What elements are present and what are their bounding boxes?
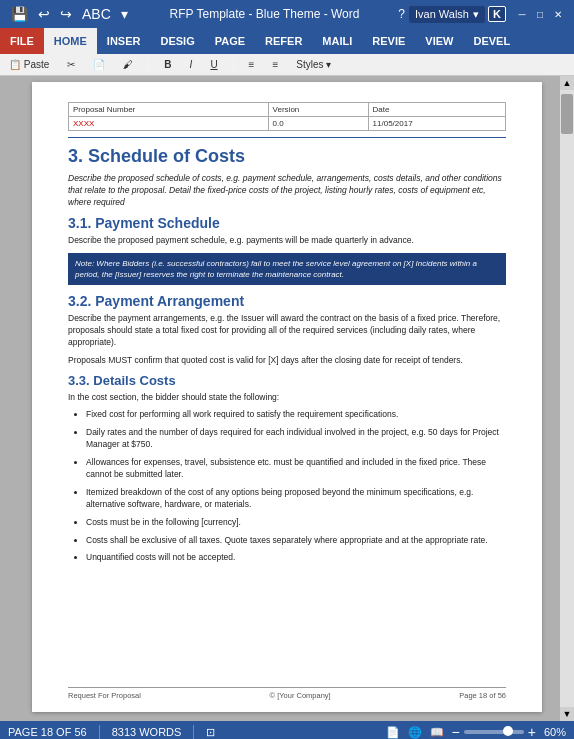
- list-item: Fixed cost for performing all work requi…: [86, 409, 506, 421]
- zoom-level: 60%: [544, 726, 566, 738]
- list-item: Costs must be in the following [currency…: [86, 517, 506, 529]
- quick-access-toolbar: 💾 ↩ ↪ ABC ▾: [8, 4, 131, 24]
- user-menu[interactable]: Ivan Walsh ▾: [409, 6, 485, 23]
- page-area: Proposal Number Version Date XXXX 0.0 11…: [0, 76, 574, 721]
- dropdown-icon: ▾: [473, 8, 479, 21]
- window-title: RFP Template - Blue Theme - Word: [131, 7, 398, 21]
- ribbon-align-center[interactable]: ≡: [269, 58, 281, 71]
- section33-heading: 3.3. Details Costs: [68, 373, 506, 388]
- version-value: 0.0: [273, 119, 284, 128]
- minimize-button[interactable]: ─: [514, 6, 530, 22]
- tab-developer[interactable]: DEVEL: [463, 28, 520, 54]
- list-item: Itemized breakdown of the cost of any op…: [86, 487, 506, 511]
- zoom-minus-button[interactable]: −: [452, 724, 460, 739]
- section3-heading: 3. Schedule of Costs: [68, 146, 506, 167]
- tab-file[interactable]: FILE: [0, 28, 44, 54]
- tab-view[interactable]: VIEW: [415, 28, 463, 54]
- scroll-down[interactable]: ▼: [560, 707, 574, 721]
- note-box: Note: Where Bidders (i.e. successful con…: [68, 253, 506, 285]
- user-name: Ivan Walsh: [415, 8, 469, 20]
- footer-right: Page 18 of 56: [459, 691, 506, 700]
- document-page: Proposal Number Version Date XXXX 0.0 11…: [32, 82, 542, 712]
- dropdown-icon[interactable]: ▾: [118, 4, 131, 24]
- scroll-up[interactable]: ▲: [560, 76, 574, 90]
- bullet-list: Fixed cost for performing all work requi…: [86, 409, 506, 564]
- save-icon[interactable]: 💾: [8, 4, 31, 24]
- section31-heading: 3.1. Payment Schedule: [68, 215, 506, 231]
- view-web-icon[interactable]: 🌐: [408, 726, 422, 739]
- spelling-icon[interactable]: ABC: [79, 4, 114, 24]
- undo-icon[interactable]: ↩: [35, 4, 53, 24]
- ribbon-cut[interactable]: ✂: [64, 58, 78, 71]
- version-label: Version: [273, 105, 300, 114]
- word-count: 8313 WORDS: [112, 726, 182, 738]
- list-item: Unquantified costs will not be accepted.: [86, 552, 506, 564]
- ribbon-align-left[interactable]: ≡: [246, 58, 258, 71]
- ribbon-bold[interactable]: B: [161, 58, 174, 71]
- zoom-plus-button[interactable]: +: [528, 724, 536, 739]
- ribbon-paste[interactable]: 📋 Paste: [6, 58, 52, 71]
- tab-mailings[interactable]: MAILI: [312, 28, 362, 54]
- proposal-number-label: Proposal Number: [73, 105, 135, 114]
- track-changes-icon[interactable]: ⊡: [206, 726, 215, 739]
- footer-left: Request For Proposal: [68, 691, 141, 700]
- section32-para2: Proposals MUST confirm that quoted cost …: [68, 355, 506, 367]
- doc-header-table: Proposal Number Version Date XXXX 0.0 11…: [68, 102, 506, 131]
- restore-button[interactable]: □: [532, 6, 548, 22]
- ribbon-styles[interactable]: Styles ▾: [293, 58, 334, 71]
- title-bar: 💾 ↩ ↪ ABC ▾ RFP Template - Blue Theme - …: [0, 0, 574, 28]
- section32-para1: Describe the payment arrangements, e.g. …: [68, 313, 506, 349]
- tab-review[interactable]: REVIE: [362, 28, 415, 54]
- tab-page[interactable]: PAGE: [205, 28, 255, 54]
- tab-home[interactable]: HOME: [44, 28, 97, 54]
- date-label: Date: [373, 105, 390, 114]
- account-icon[interactable]: K: [488, 6, 506, 22]
- date-value: 11/05/2017: [373, 119, 413, 128]
- ribbon-copy[interactable]: 📄: [90, 58, 108, 71]
- header-divider: [68, 137, 506, 138]
- zoom-slider-thumb[interactable]: [503, 726, 513, 736]
- list-item: Daily rates and the number of days requi…: [86, 427, 506, 451]
- scrollbar[interactable]: ▲ ▼: [560, 76, 574, 721]
- section31-para: Describe the proposed payment schedule, …: [68, 235, 506, 247]
- status-right: 📄 🌐 📖 − + 60%: [386, 724, 566, 739]
- scroll-thumb[interactable]: [561, 94, 573, 134]
- zoom-control[interactable]: − +: [452, 724, 536, 739]
- ribbon-tabs: FILE HOME INSER DESIG PAGE REFER MAILI R…: [0, 28, 574, 54]
- ribbon-format-painter[interactable]: 🖌: [120, 58, 136, 71]
- view-print-icon[interactable]: 📄: [386, 726, 400, 739]
- section32-heading: 3.2. Payment Arrangement: [68, 293, 506, 309]
- proposal-number-value: XXXX: [73, 119, 94, 128]
- view-read-icon[interactable]: 📖: [430, 726, 444, 739]
- ribbon-underline[interactable]: U: [207, 58, 220, 71]
- section33-intro: In the cost section, the bidder should s…: [68, 392, 506, 404]
- zoom-slider[interactable]: [464, 730, 524, 734]
- ribbon-italic[interactable]: I: [187, 58, 196, 71]
- footer-center: © [Your Company]: [270, 691, 331, 700]
- status-bar: PAGE 18 OF 56 8313 WORDS ⊡ 📄 🌐 📖 − + 60%: [0, 721, 574, 739]
- list-item: Costs shall be exclusive of all taxes. Q…: [86, 535, 506, 547]
- help-button[interactable]: ?: [398, 7, 405, 21]
- redo-icon[interactable]: ↪: [57, 4, 75, 24]
- tab-design[interactable]: DESIG: [150, 28, 204, 54]
- page-info: PAGE 18 OF 56: [8, 726, 87, 738]
- ribbon-content: 📋 Paste ✂ 📄 🖌 B I U ≡ ≡ Styles ▾: [0, 54, 574, 76]
- window-controls: ─ □ ✕: [514, 6, 566, 22]
- section3-intro: Describe the proposed schedule of costs,…: [68, 173, 506, 209]
- doc-footer: Request For Proposal © [Your Company] Pa…: [68, 687, 506, 700]
- tab-insert[interactable]: INSER: [97, 28, 151, 54]
- tab-references[interactable]: REFER: [255, 28, 312, 54]
- list-item: Allowances for expenses, travel, subsist…: [86, 457, 506, 481]
- close-button[interactable]: ✕: [550, 6, 566, 22]
